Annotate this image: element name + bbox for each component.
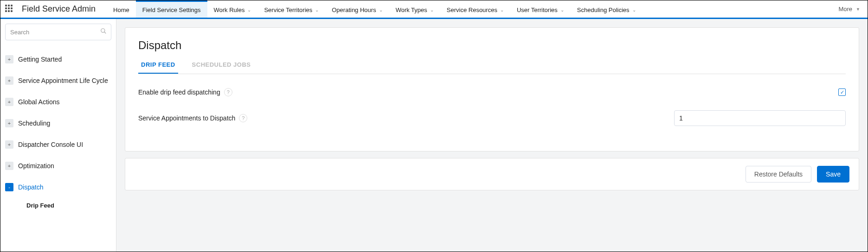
- expand-icon: +: [5, 140, 13, 149]
- primary-nav: HomeField Service SettingsWork Rules⌄Ser…: [107, 0, 642, 18]
- expand-icon: +: [5, 119, 13, 127]
- setting-appointments-to-dispatch: Service Appointments to Dispatch ?: [138, 110, 846, 126]
- chevron-down-icon: ▼: [856, 7, 860, 12]
- page-title: Dispatch: [138, 39, 846, 52]
- expand-icon: +: [5, 76, 13, 85]
- sidebar-item-service-appointment-life-cycle[interactable]: +Service Appointment Life Cycle: [5, 70, 111, 91]
- sidebar-item-dispatcher-console-ui[interactable]: +Dispatcher Console UI: [5, 134, 111, 155]
- collapse-icon: -: [5, 183, 13, 191]
- nav-item-scheduling-policies[interactable]: Scheduling Policies⌄: [571, 0, 643, 18]
- sidebar-item-label: Optimization: [18, 162, 54, 170]
- sidebar-item-label: Scheduling: [18, 120, 50, 127]
- nav-item-home[interactable]: Home: [107, 0, 136, 18]
- appointments-to-dispatch-input[interactable]: [674, 110, 846, 126]
- nav-item-service-resources[interactable]: Service Resources⌄: [440, 0, 510, 18]
- more-label: More: [838, 6, 852, 13]
- app-launcher-icon[interactable]: [5, 5, 14, 14]
- expand-icon: +: [5, 98, 13, 106]
- sidebar-item-label: Service Appointment Life Cycle: [18, 77, 108, 84]
- sidebar-item-label: Getting Started: [18, 56, 62, 63]
- nav-item-user-territories[interactable]: User Territories⌄: [510, 0, 571, 18]
- sidebar-item-label: Dispatcher Console UI: [18, 141, 83, 148]
- sidebar-item-label: Dispatch: [18, 183, 43, 191]
- setting-enable-drip-feed: Enable drip feed dispatching ? ✓: [138, 88, 846, 96]
- nav-item-service-territories[interactable]: Service Territories⌄: [257, 0, 325, 18]
- sidebar-item-scheduling[interactable]: +Scheduling: [5, 113, 111, 134]
- expand-icon: +: [5, 55, 13, 63]
- chevron-down-icon: ⌄: [500, 7, 504, 13]
- tab-scheduled-jobs[interactable]: SCHEDULED JOBS: [189, 61, 254, 74]
- help-icon[interactable]: ?: [239, 114, 247, 122]
- restore-defaults-button[interactable]: Restore Defaults: [746, 166, 811, 183]
- nav-item-work-rules[interactable]: Work Rules⌄: [207, 0, 258, 18]
- chevron-down-icon: ⌄: [632, 7, 636, 13]
- enable-drip-feed-checkbox[interactable]: ✓: [838, 88, 846, 96]
- sidebar-item-global-actions[interactable]: +Global Actions: [5, 91, 111, 113]
- nav-item-field-service-settings[interactable]: Field Service Settings: [136, 0, 207, 18]
- help-icon[interactable]: ?: [224, 88, 232, 96]
- sidebar-item-getting-started[interactable]: +Getting Started: [5, 49, 111, 70]
- app-title: Field Service Admin: [22, 4, 96, 14]
- setting-label: Enable drip feed dispatching: [138, 88, 220, 96]
- sidebar-list: +Getting Started+Service Appointment Lif…: [5, 49, 111, 213]
- chevron-down-icon: ⌄: [315, 7, 319, 13]
- save-button[interactable]: Save: [817, 166, 849, 183]
- tab-drip-feed[interactable]: DRIP FEED: [138, 61, 178, 74]
- chevron-down-icon: ⌄: [430, 7, 434, 13]
- sidebar-subitem-drip-feed[interactable]: Drip Feed: [5, 198, 111, 213]
- nav-item-operating-hours[interactable]: Operating Hours⌄: [325, 0, 389, 18]
- expand-icon: +: [5, 162, 13, 170]
- chevron-down-icon: ⌄: [247, 7, 251, 13]
- nav-item-work-types[interactable]: Work Types⌄: [389, 0, 440, 18]
- chevron-down-icon: ⌄: [560, 7, 564, 13]
- sidebar-item-dispatch[interactable]: -Dispatch: [5, 176, 111, 198]
- more-menu[interactable]: More ▼: [838, 6, 863, 13]
- main-content: Dispatch DRIP FEEDSCHEDULED JOBS Enable …: [116, 19, 868, 252]
- footer-panel: Restore Defaults Save: [125, 158, 859, 190]
- chevron-down-icon: ⌄: [379, 7, 383, 13]
- sidebar: +Getting Started+Service Appointment Lif…: [0, 19, 116, 252]
- sidebar-item-optimization[interactable]: +Optimization: [5, 155, 111, 176]
- top-navigation-bar: Field Service Admin HomeField Service Se…: [0, 0, 868, 19]
- tab-bar: DRIP FEEDSCHEDULED JOBS: [138, 61, 846, 74]
- settings-panel: Dispatch DRIP FEEDSCHEDULED JOBS Enable …: [125, 27, 859, 151]
- sidebar-item-label: Global Actions: [18, 98, 60, 106]
- search-input[interactable]: [5, 24, 111, 40]
- setting-label: Service Appointments to Dispatch: [138, 114, 235, 122]
